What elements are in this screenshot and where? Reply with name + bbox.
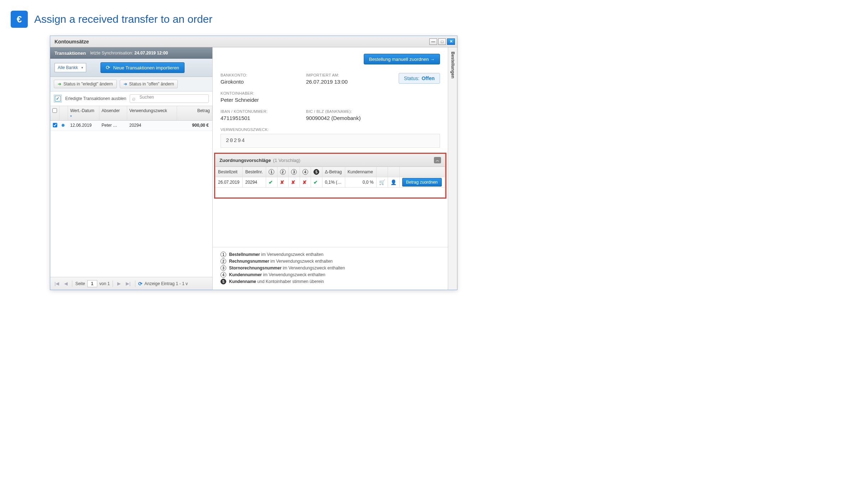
hide-done-checkbox[interactable]: ✓ xyxy=(54,95,62,103)
row-date: 12.06.2019 xyxy=(68,121,99,131)
transaction-row[interactable]: 12.06.2019 Peter … 20294 900,00 € xyxy=(50,121,212,131)
arrow-right-green-icon: ➜ xyxy=(58,82,61,86)
bank-account-label: BANKKONTO: xyxy=(221,73,306,77)
maximize-button[interactable]: □ xyxy=(438,38,446,45)
pager-refresh-icon[interactable]: ⟳ xyxy=(138,281,142,287)
kontoumsaetze-window: Kontoumsätze — □ ✕ Transaktionen letzte … xyxy=(50,36,457,290)
iban-value: 4711951501 xyxy=(221,115,306,121)
col-bestellnr[interactable]: Bestellnr. xyxy=(243,167,266,177)
col-amount[interactable]: Betrag xyxy=(177,106,212,120)
suggestions-title: Zuordnungsvorschläge xyxy=(219,158,271,163)
import-transactions-button[interactable]: ⟳ Neue Transaktionen importieren xyxy=(100,62,185,73)
purpose-value: 20294 xyxy=(221,134,440,148)
x-icon: ✘ xyxy=(291,179,295,185)
status-open-button[interactable]: ➜Status in "offen" ändern xyxy=(120,80,178,88)
check-icon: ✔ xyxy=(314,179,318,185)
pager-next[interactable]: ▶ xyxy=(116,281,122,286)
detail-pane: Bestellung manuell zuordnen → BANKKONTO:… xyxy=(213,47,448,290)
filter-row: ✓ Erledigte Transaktionen ausblen Suchen xyxy=(50,91,212,106)
col-customer[interactable]: Kundenname xyxy=(345,167,376,177)
transactions-header: Transaktionen letzte Synchronisation: 24… xyxy=(50,47,212,59)
transactions-grid-header: Wert.-Datum Absender Verwendungszweck Be… xyxy=(50,106,212,121)
page-header: Assign a received transfer to an order xyxy=(0,0,540,35)
window-title: Kontoumsätze xyxy=(55,39,428,44)
cart-icon[interactable]: 🛒 xyxy=(379,179,385,185)
col-bestellzeit[interactable]: Bestellzeit xyxy=(216,167,243,177)
col-crit-2: 2 xyxy=(277,167,289,177)
arrow-right-blue-icon: ➜ xyxy=(124,82,127,86)
col-delta[interactable]: Δ-Betrag xyxy=(322,167,345,177)
import-button-label: Neue Transaktionen importieren xyxy=(113,65,179,70)
sugg-delta: 0,1% (… xyxy=(322,177,345,188)
side-tab-bestellungen[interactable]: Bestellungen xyxy=(448,47,457,290)
col-sender[interactable]: Absender xyxy=(99,106,127,120)
suggestions-grid: Bestellzeit Bestellnr. 1 2 3 4 5 Δ-Betra… xyxy=(215,167,445,198)
search-input[interactable]: Suchen xyxy=(130,94,209,103)
suggestions-highlight: Zuordnungsvorschläge (1 Vorschlag) ︽ Bes… xyxy=(214,153,446,199)
close-button[interactable]: ✕ xyxy=(447,38,455,45)
pager-last[interactable]: ▶| xyxy=(124,281,132,286)
imported-label: IMPORTIERT AM: xyxy=(306,73,392,77)
bic-value: 90090042 (Demobank) xyxy=(306,115,392,121)
pager: |◀ ◀ Seite von 1 ▶ ▶| ⟳ Anzeige Eintrag … xyxy=(50,277,212,290)
page-title: Assign a received transfer to an order xyxy=(34,13,212,25)
col-crit-1: 1 xyxy=(266,167,278,177)
sync-label: letzte Synchronisation: xyxy=(90,51,133,56)
col-date[interactable]: Wert.-Datum xyxy=(68,106,99,120)
col-crit-4: 4 xyxy=(300,167,311,177)
hide-done-label: Erledigte Transaktionen ausblen xyxy=(65,96,126,101)
holder-value: Peter Schneider xyxy=(221,97,306,103)
row-checkbox[interactable] xyxy=(53,123,57,127)
person-icon[interactable]: 👤 xyxy=(390,179,397,185)
status-badge: Status: Offen xyxy=(399,73,440,84)
sugg-time: 26.07.2019 xyxy=(216,177,243,188)
status-dot-icon xyxy=(62,124,64,127)
status-toolbar: ➜Status in "erledigt" ändern ➜Status in … xyxy=(50,77,212,91)
window-titlebar: Kontoumsätze — □ ✕ xyxy=(50,36,457,47)
minimize-button[interactable]: — xyxy=(429,38,437,45)
check-icon: ✔ xyxy=(269,179,273,185)
col-purpose[interactable]: Verwendungszweck xyxy=(127,106,177,120)
transactions-pane: Transaktionen letzte Synchronisation: 24… xyxy=(50,47,213,290)
pager-page-label: Seite xyxy=(75,281,85,286)
bic-label: BIC / BLZ (BANKNAME): xyxy=(306,109,392,114)
pager-display-text: Anzeige Eintrag 1 - 1 v xyxy=(145,281,188,286)
iban-label: IBAN / KONTONUMMER: xyxy=(221,109,306,114)
holder-label: KONTOINHABER: xyxy=(221,91,306,95)
row-purpose: 20294 xyxy=(127,121,177,131)
sugg-customer: 0,0 % xyxy=(345,177,376,188)
sugg-nr: 20294 xyxy=(243,177,266,188)
transactions-toolbar: Alle Bankk ⟳ Neue Transaktionen importie… xyxy=(50,59,212,77)
pager-first[interactable]: |◀ xyxy=(53,281,61,286)
col-crit-3: 3 xyxy=(289,167,300,177)
pager-of-label: von 1 xyxy=(99,281,110,286)
row-sender: Peter … xyxy=(99,121,127,131)
suggestion-row[interactable]: 26.07.2019 20294 ✔ ✘ ✘ ✘ ✔ 0,1% (… 0,0 %… xyxy=(216,177,445,188)
x-icon: ✘ xyxy=(302,179,307,185)
sync-time: 24.07.2019 12:00 xyxy=(134,51,168,56)
collapse-icon[interactable]: ︽ xyxy=(434,157,441,163)
select-all-checkbox[interactable] xyxy=(50,106,59,120)
euro-icon xyxy=(11,11,28,28)
purpose-label: VERWENDUNGSZWECK: xyxy=(221,127,440,132)
account-dropdown[interactable]: Alle Bankk xyxy=(55,63,86,72)
assign-order-manual-button[interactable]: Bestellung manuell zuordnen → xyxy=(364,54,440,64)
pager-prev[interactable]: ◀ xyxy=(63,281,69,286)
bank-account-value: Girokonto xyxy=(221,79,306,85)
suggestions-header: Zuordnungsvorschläge (1 Vorschlag) ︽ xyxy=(215,154,445,167)
status-done-button[interactable]: ➜Status in "erledigt" ändern xyxy=(54,80,117,88)
transactions-title: Transaktionen xyxy=(55,51,86,56)
assign-amount-button[interactable]: Betrag zuordnen xyxy=(402,178,442,187)
x-icon: ✘ xyxy=(280,179,284,185)
pager-page-input[interactable] xyxy=(87,280,97,287)
suggestions-count: (1 Vorschlag) xyxy=(273,158,300,163)
row-amount: 900,00 € xyxy=(177,121,212,131)
col-crit-5: 5 xyxy=(311,167,322,177)
criteria-legend: 1Bestellnummer im Verwendungszweck entha… xyxy=(213,247,448,290)
reload-icon: ⟳ xyxy=(106,64,110,71)
imported-value: 26.07.2019 13:00 xyxy=(306,79,392,85)
